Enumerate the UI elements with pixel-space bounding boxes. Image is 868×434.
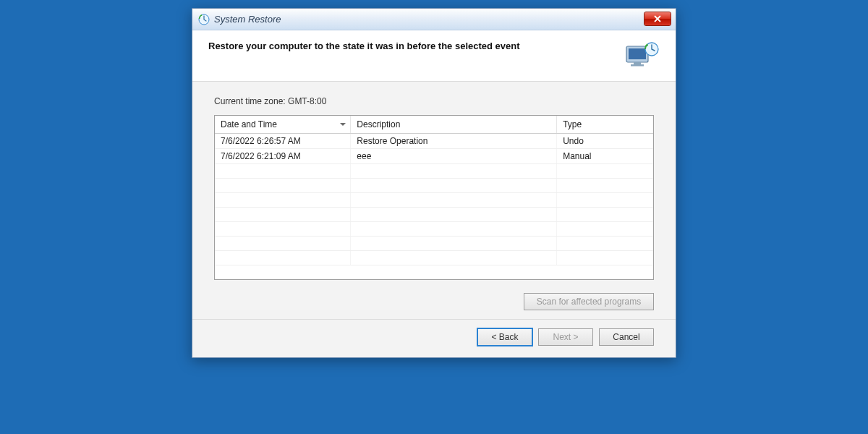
table-row <box>215 237 653 251</box>
svg-rect-4 <box>634 62 641 64</box>
cell-description: Restore Operation <box>351 134 557 149</box>
cell-type: Manual <box>557 149 653 164</box>
column-header-type[interactable]: Type <box>557 116 653 134</box>
restore-monitor-icon <box>625 41 660 71</box>
close-button[interactable] <box>644 12 671 26</box>
cell-datetime: 7/6/2022 6:26:57 AM <box>215 134 351 149</box>
scan-affected-button[interactable]: Scan for affected programs <box>524 293 654 310</box>
timezone-label: Current time zone: GMT-8:00 <box>214 96 654 106</box>
table-row[interactable]: 7/6/2022 6:26:57 AM Restore Operation Un… <box>215 134 653 149</box>
table-row <box>215 193 653 208</box>
cell-description: eee <box>351 149 557 164</box>
close-icon <box>654 15 661 22</box>
system-restore-icon <box>198 14 210 25</box>
cell-datetime: 7/6/2022 6:21:09 AM <box>215 149 351 164</box>
column-header-description[interactable]: Description <box>351 116 557 134</box>
table-row <box>215 222 653 237</box>
wizard-footer: < Back Next > Cancel <box>192 319 676 357</box>
table-row <box>215 179 653 193</box>
system-restore-dialog: System Restore Restore your computer to … <box>192 8 676 358</box>
table-row <box>215 208 653 222</box>
page-heading: Restore your computer to the state it wa… <box>208 41 618 51</box>
cell-type: Undo <box>557 134 653 149</box>
titlebar[interactable]: System Restore <box>192 9 676 30</box>
window-title: System Restore <box>214 14 281 25</box>
wizard-header: Restore your computer to the state it wa… <box>192 30 676 82</box>
restore-points-table[interactable]: Date and Time Description Type 7/6/2022 <box>214 115 654 280</box>
wizard-body: Current time zone: GMT-8:00 Date and Tim… <box>192 82 676 319</box>
back-button[interactable]: < Back <box>477 328 532 346</box>
table-row <box>215 164 653 179</box>
table-row <box>215 251 653 265</box>
next-button[interactable]: Next > <box>538 328 593 346</box>
svg-rect-3 <box>629 48 646 59</box>
svg-rect-5 <box>631 64 644 67</box>
table-row[interactable]: 7/6/2022 6:21:09 AM eee Manual <box>215 149 653 164</box>
column-header-datetime[interactable]: Date and Time <box>215 116 351 134</box>
cancel-button[interactable]: Cancel <box>599 328 654 346</box>
sort-caret-icon <box>340 123 346 126</box>
